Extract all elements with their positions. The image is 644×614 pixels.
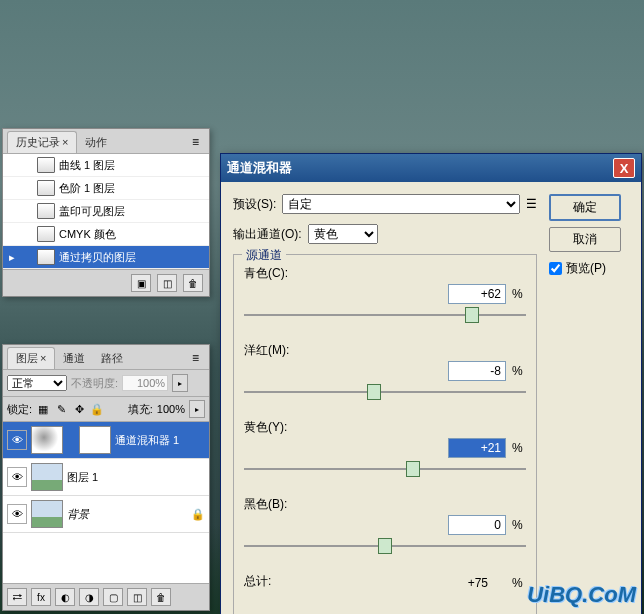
history-item[interactable]: 曲线 1 图层: [3, 154, 209, 177]
layer-icon: [37, 157, 55, 173]
output-channel-label: 输出通道(O):: [233, 226, 302, 243]
visibility-icon[interactable]: 👁: [7, 430, 27, 450]
channel-input[interactable]: [448, 284, 506, 304]
lock-move-icon[interactable]: ✥: [72, 402, 86, 416]
ok-button[interactable]: 确定: [549, 194, 621, 221]
channel-label: 黄色(Y):: [244, 419, 526, 436]
close-tab-icon[interactable]: ×: [40, 352, 46, 364]
close-tab-icon[interactable]: ×: [62, 136, 68, 148]
layer-name: 通道混和器 1: [115, 433, 179, 448]
dialog-title: 通道混和器: [227, 159, 292, 177]
layer-row[interactable]: 👁 背景 🔒: [3, 496, 209, 533]
channel-mixer-dialog: 通道混和器 X 预设(S): 自定 ☰ 输出通道(O): 黄色 源通道 青色(C…: [220, 153, 642, 614]
dialog-titlebar[interactable]: 通道混和器 X: [221, 154, 641, 182]
layer-row[interactable]: 👁 通道混和器 1: [3, 422, 209, 459]
history-panel: 历史记录× 动作 ≡ 曲线 1 图层 色阶 1 图层 盖印可见图层 CMYK 颜…: [2, 128, 210, 297]
history-item[interactable]: ▸通过拷贝的图层: [3, 246, 209, 269]
layer-icon: [37, 226, 55, 242]
close-icon[interactable]: X: [613, 158, 635, 178]
group-title: 源通道: [242, 247, 286, 264]
history-item[interactable]: 色阶 1 图层: [3, 177, 209, 200]
blend-mode-select[interactable]: 正常: [7, 375, 67, 391]
history-list: 曲线 1 图层 色阶 1 图层 盖印可见图层 CMYK 颜色 ▸通过拷贝的图层: [3, 154, 209, 269]
channel-label: 洋红(M):: [244, 342, 526, 359]
fx-icon[interactable]: fx: [31, 588, 51, 606]
fill-label: 填充:: [128, 402, 153, 417]
layer-row[interactable]: 👁 图层 1: [3, 459, 209, 496]
channel-label: 黑色(B):: [244, 496, 526, 513]
layer-name: 图层 1: [67, 470, 98, 485]
new-layer-icon[interactable]: ◫: [127, 588, 147, 606]
total-label: 总计:: [244, 573, 271, 590]
history-tabs: 历史记录× 动作 ≡: [3, 129, 209, 154]
opacity-arrow-icon[interactable]: ▸: [172, 374, 188, 392]
opacity-label: 不透明度:: [71, 376, 118, 391]
layers-tabs: 图层× 通道 路径 ≡: [3, 345, 209, 370]
fill-value[interactable]: 100%: [157, 403, 185, 415]
channel-input[interactable]: [448, 361, 506, 381]
fill-arrow-icon[interactable]: ▸: [189, 400, 205, 418]
trash-icon[interactable]: 🗑: [151, 588, 171, 606]
channel-label: 青色(C):: [244, 265, 526, 282]
adjustment-icon[interactable]: ◑: [79, 588, 99, 606]
layer-icon: [37, 249, 55, 265]
tab-channels[interactable]: 通道: [55, 348, 93, 369]
lock-transparent-icon[interactable]: ▦: [36, 402, 50, 416]
lock-label: 锁定:: [7, 402, 32, 417]
trash-icon[interactable]: 🗑: [183, 274, 203, 292]
preview-checkbox[interactable]: [549, 262, 562, 275]
layers-panel: 图层× 通道 路径 ≡ 正常 不透明度: 100% ▸ 锁定: ▦ ✎ ✥ 🔒 …: [2, 344, 210, 611]
preset-menu-icon[interactable]: ☰: [526, 197, 537, 211]
channel-slider[interactable]: [244, 383, 526, 401]
cancel-button[interactable]: 取消: [549, 227, 621, 252]
channel-slider[interactable]: [244, 537, 526, 555]
tab-history[interactable]: 历史记录×: [7, 131, 77, 153]
panel-menu-icon[interactable]: ≡: [186, 349, 205, 367]
history-item[interactable]: 盖印可见图层: [3, 200, 209, 223]
history-item[interactable]: CMYK 颜色: [3, 223, 209, 246]
lock-icon: 🔒: [191, 508, 205, 521]
group-icon[interactable]: ▢: [103, 588, 123, 606]
layer-thumb: [31, 500, 63, 528]
layer-icon: [37, 203, 55, 219]
output-channel-select[interactable]: 黄色: [308, 224, 378, 244]
lock-row: 锁定: ▦ ✎ ✥ 🔒 填充: 100% ▸: [3, 397, 209, 422]
layer-icon: [37, 180, 55, 196]
total-value: +75: [468, 576, 488, 590]
source-channels-group: 源通道 青色(C): % 洋红(M): % 黄色(Y): % 黑色(B): % …: [233, 254, 537, 614]
layer-options: 正常 不透明度: 100% ▸: [3, 370, 209, 397]
panel-menu-icon[interactable]: ≡: [186, 133, 205, 151]
mask-icon[interactable]: ◐: [55, 588, 75, 606]
tab-paths[interactable]: 路径: [93, 348, 131, 369]
mask-thumb: [79, 426, 111, 454]
adjustment-thumb: [31, 426, 63, 454]
tab-actions[interactable]: 动作: [77, 132, 115, 153]
channel-input[interactable]: [448, 515, 506, 535]
watermark: UiBQ.CoM: [527, 582, 636, 608]
layer-name: 背景: [67, 507, 89, 522]
new-snapshot-icon[interactable]: ▣: [131, 274, 151, 292]
lock-paint-icon[interactable]: ✎: [54, 402, 68, 416]
channel-slider[interactable]: [244, 460, 526, 478]
new-doc-icon[interactable]: ◫: [157, 274, 177, 292]
preview-label: 预览(P): [566, 260, 606, 277]
preset-label: 预设(S):: [233, 196, 276, 213]
visibility-icon[interactable]: 👁: [7, 467, 27, 487]
link-layers-icon[interactable]: ⮂: [7, 588, 27, 606]
lock-all-icon[interactable]: 🔒: [90, 402, 104, 416]
channel-input[interactable]: [448, 438, 506, 458]
tab-layers[interactable]: 图层×: [7, 347, 55, 369]
preset-select[interactable]: 自定: [282, 194, 520, 214]
layer-thumb: [31, 463, 63, 491]
layers-footer: ⮂ fx ◐ ◑ ▢ ◫ 🗑: [3, 583, 209, 610]
channel-slider[interactable]: [244, 306, 526, 324]
visibility-icon[interactable]: 👁: [7, 504, 27, 524]
opacity-value[interactable]: 100%: [122, 375, 168, 391]
history-footer: ▣ ◫ 🗑: [3, 269, 209, 296]
layer-list: 👁 通道混和器 1 👁 图层 1 👁 背景 🔒: [3, 422, 209, 533]
